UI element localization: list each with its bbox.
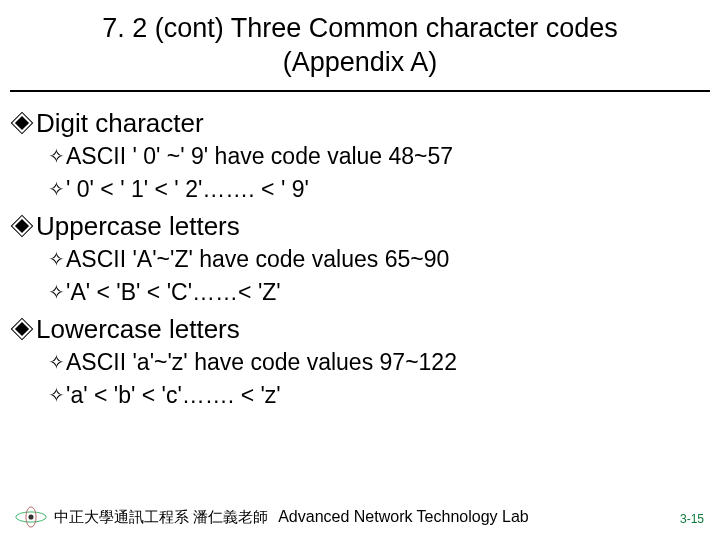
bullet-item: ✧ ASCII 'A'~'Z' have code values 65~90 bbox=[48, 244, 706, 275]
plus-bullet-icon: ✧ bbox=[48, 279, 66, 306]
bullet-item: ✧ ' 0' < ' 1' < ' 2'……. < ' 9' bbox=[48, 174, 706, 205]
section-heading-digit: Digit character bbox=[14, 108, 706, 139]
slide-body: Digit character ✧ ASCII ' 0' ~' 9' have … bbox=[0, 98, 720, 411]
plus-bullet-icon: ✧ bbox=[48, 246, 66, 273]
title-line2: (Appendix A) bbox=[40, 46, 680, 80]
plus-bullet-icon: ✧ bbox=[48, 349, 66, 376]
title-line1: 7. 2 (cont) Three Common character codes bbox=[40, 12, 680, 46]
plus-bullet-icon: ✧ bbox=[48, 176, 66, 203]
diamond-bullet-icon bbox=[14, 321, 30, 337]
item-text: ' 0' < ' 1' < ' 2'……. < ' 9' bbox=[66, 174, 309, 205]
item-text: ASCII 'A'~'Z' have code values 65~90 bbox=[66, 244, 449, 275]
slide-title: 7. 2 (cont) Three Common character codes… bbox=[0, 0, 720, 88]
item-text: ASCII 'a'~'z' have code values 97~122 bbox=[66, 347, 457, 378]
plus-bullet-icon: ✧ bbox=[48, 143, 66, 170]
lab-logo-icon bbox=[14, 506, 48, 528]
bullet-item: ✧ 'a' < 'b' < 'c'……. < 'z' bbox=[48, 380, 706, 411]
bullet-item: ✧ ASCII ' 0' ~' 9' have code value 48~57 bbox=[48, 141, 706, 172]
bullet-item: ✧ ASCII 'a'~'z' have code values 97~122 bbox=[48, 347, 706, 378]
item-text: ASCII ' 0' ~' 9' have code value 48~57 bbox=[66, 141, 453, 172]
heading-text: Uppercase letters bbox=[36, 211, 240, 242]
footer-left-text: 中正大學通訊工程系 潘仁義老師 bbox=[54, 508, 268, 527]
section-heading-uppercase: Uppercase letters bbox=[14, 211, 706, 242]
plus-bullet-icon: ✧ bbox=[48, 382, 66, 409]
bullet-item: ✧ 'A' < 'B' < 'C'……< 'Z' bbox=[48, 277, 706, 308]
svg-point-2 bbox=[28, 514, 33, 519]
title-underline bbox=[10, 90, 710, 92]
slide: 7. 2 (cont) Three Common character codes… bbox=[0, 0, 720, 540]
diamond-bullet-icon bbox=[14, 115, 30, 131]
item-text: 'a' < 'b' < 'c'……. < 'z' bbox=[66, 380, 281, 411]
heading-text: Lowercase letters bbox=[36, 314, 240, 345]
page-number: 3-15 bbox=[680, 512, 704, 526]
footer-right-text: Advanced Network Technology Lab bbox=[278, 508, 529, 526]
diamond-bullet-icon bbox=[14, 218, 30, 234]
slide-footer: 中正大學通訊工程系 潘仁義老師 Advanced Network Technol… bbox=[0, 506, 720, 528]
heading-text: Digit character bbox=[36, 108, 204, 139]
item-text: 'A' < 'B' < 'C'……< 'Z' bbox=[66, 277, 281, 308]
section-heading-lowercase: Lowercase letters bbox=[14, 314, 706, 345]
